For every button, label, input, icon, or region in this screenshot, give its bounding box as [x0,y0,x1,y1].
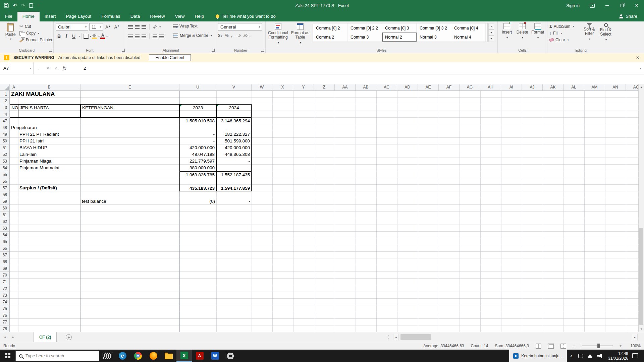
row-header-65[interactable]: 65 [0,238,10,245]
clipboard-dialog-launcher-icon[interactable] [49,49,52,52]
taskbar-settings[interactable] [223,350,238,362]
row-header-74[interactable]: 74 [0,299,10,305]
column-header-AC[interactable]: AC [376,84,397,90]
taskbar-search[interactable] [15,351,99,361]
decrease-font-size-button[interactable]: A▼ [113,24,121,29]
row-header-58[interactable]: 58 [0,191,10,198]
taskbar-acrobat[interactable]: A [192,350,207,362]
align-center-icon[interactable] [135,35,140,38]
row-header-72[interactable]: 72 [0,285,10,292]
column-header-U[interactable]: U [179,84,216,90]
spreadsheet-grid[interactable]: ABEUVWXYZAAABACADAEAFAGAHAIAJAKALAMANAO … [0,84,638,332]
close-button[interactable]: ✕ [629,0,644,11]
cell-style-comma-3[interactable]: Comma 3 [347,33,382,42]
dropdown-icon[interactable]: ▾ [106,35,108,38]
tray-chevron-icon[interactable]: ∧ [570,354,573,358]
find-select-button[interactable]: Find & Select ▾ [598,23,614,42]
cell-style-comma-0-3[interactable]: Comma [0] 3 [382,23,417,33]
row-header-57[interactable]: 57 [0,185,10,191]
start-button[interactable] [0,350,15,362]
row-header-78[interactable]: 78 [0,325,10,332]
align-bottom-icon[interactable] [142,25,146,29]
column-header-AA[interactable]: AA [335,84,356,90]
cell-A48[interactable]: Pengeluaran [10,124,18,131]
increase-indent-icon[interactable] [159,35,164,38]
cell-U47[interactable]: 1.505.010.508 [179,118,216,124]
column-header-AM[interactable]: AM [584,84,605,90]
italic-button[interactable]: I [63,33,70,40]
cell-V49[interactable]: 182.222.327 [216,131,252,138]
row-header-76[interactable]: 76 [0,312,10,319]
column-header-B[interactable]: B [18,84,80,90]
ribbon-tab-file[interactable]: File [0,12,17,21]
cell-U57[interactable]: 435.183.723 [179,185,216,191]
redo-icon[interactable]: ↷ [21,3,25,8]
gallery-scroll-down-icon[interactable]: ▾ [488,29,494,36]
column-header-AJ[interactable]: AJ [522,84,543,90]
cell-U56[interactable] [179,178,216,185]
align-middle-icon[interactable] [135,25,140,29]
number-dialog-launcher-icon[interactable] [261,49,264,52]
taskbar-chrome[interactable] [130,350,146,362]
cell-E59[interactable]: test balance [80,198,179,205]
cell-U49[interactable]: - [179,131,216,138]
dropdown-icon[interactable]: ▾ [90,35,91,38]
row-header-67[interactable]: 67 [0,252,10,258]
scrollbar-splitter-icon[interactable]: ⋮ [386,335,390,339]
ribbon-tab-home[interactable]: Home [17,12,40,21]
increase-font-size-button[interactable]: A▲ [104,24,112,29]
name-box[interactable]: A7 ▾ [0,62,34,74]
row-header-3[interactable]: 3 [0,104,10,111]
cell-B50[interactable]: PPH 21 Istri [18,138,80,144]
taskbar-notification[interactable]: Kereta hutan ini tunju... [509,350,567,362]
wrap-text-button[interactable]: Wrap Text [173,24,198,28]
column-header-AG[interactable]: AG [460,84,480,90]
cell-B3[interactable]: JENIS HARTA [18,104,80,111]
column-header-AH[interactable]: AH [480,84,501,90]
zoom-out-icon[interactable]: − [573,344,575,348]
cell-B52[interactable]: Lain-lain [18,151,80,158]
cell-U54[interactable]: 380.000.000 [179,165,216,171]
normal-view-icon[interactable] [536,344,541,349]
align-top-icon[interactable] [128,25,133,29]
borders-icon[interactable] [84,34,89,39]
column-header-X[interactable]: X [272,84,293,90]
cell-style-comma-2[interactable]: Comma 2 [313,33,347,42]
ribbon-tab-help[interactable]: Help [190,12,209,21]
cell-U52[interactable]: 48.047.188 [179,151,216,158]
new-sheet-button[interactable]: + [66,334,72,340]
increase-decimal-button[interactable]: ←.0 [235,34,241,37]
copy-button[interactable]: Copy▾ [19,31,52,36]
column-header-AL[interactable]: AL [564,84,584,90]
row-header-4[interactable]: 4 [0,111,10,118]
autosum-button[interactable]: ΣAutoSum▾ [549,24,574,29]
font-color-icon[interactable]: A [100,34,105,39]
sheet-nav-right-icon[interactable]: ▸ [9,332,17,342]
row-header-51[interactable]: 51 [0,144,10,151]
scroll-down-icon[interactable]: ▾ [639,326,644,332]
ribbon-tab-view[interactable]: View [170,12,190,21]
format-as-table-button[interactable]: Format as Table ▾ [290,23,311,45]
cell-U3[interactable]: 2023 [179,104,216,111]
number-format-combo[interactable]: General▾ [218,23,262,31]
column-header-V[interactable]: V [216,84,252,90]
cell-V55[interactable]: 1.552.187.435 [216,171,252,178]
row-header-59[interactable]: 59 [0,198,10,205]
comma-style-button[interactable]: , [231,33,232,38]
show-desktop-button[interactable] [642,350,644,362]
column-header-AN[interactable]: AN [605,84,626,90]
row-header-64[interactable]: 64 [0,232,10,238]
taskbar-excel[interactable]: X [176,350,192,362]
taskbar-photo-app[interactable] [99,350,115,362]
decrease-indent-icon[interactable] [153,35,157,38]
insert-function-icon[interactable]: fx [63,66,66,71]
zoom-slider-thumb[interactable] [597,344,600,348]
accounting-format-button[interactable]: $▾ [218,33,222,38]
share-button[interactable]: Share [619,14,637,21]
column-header-AO[interactable]: AO [626,84,638,90]
sheet-tab-active[interactable]: CF (2) [34,332,57,342]
paste-button[interactable]: Paste ▾ [3,23,18,41]
cell-style-normal-4[interactable]: Normal 4 [451,33,486,42]
cell-E3[interactable]: KETERANGAN [80,104,179,111]
cut-button[interactable]: ✂Cut [19,24,52,29]
